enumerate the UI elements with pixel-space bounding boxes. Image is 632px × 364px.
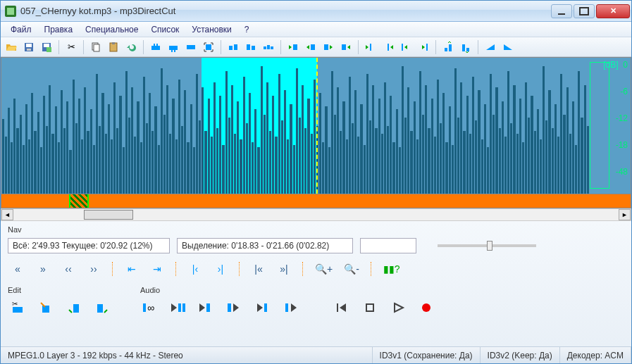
crop-button[interactable]	[36, 299, 56, 317]
zoom-out-icon[interactable]	[166, 39, 181, 55]
audio-label: Audio	[140, 286, 436, 294]
svg-rect-13	[169, 46, 178, 50]
menu-help[interactable]: ?	[239, 23, 255, 37]
next-cut-button[interactable]: ›|	[211, 261, 230, 277]
shift-right-out-icon[interactable]	[338, 39, 354, 55]
pause-info-button[interactable]: ▮▮?	[380, 261, 403, 277]
svg-rect-45	[182, 303, 185, 312]
save-selection-icon[interactable]	[39, 39, 54, 55]
scroll-left-icon[interactable]: ◄	[1, 209, 13, 220]
stop-button[interactable]	[360, 299, 380, 317]
play-after-button[interactable]	[253, 299, 273, 317]
svg-rect-12	[156, 44, 158, 46]
slider-thumb[interactable]	[487, 241, 492, 251]
nav-label: Nav	[8, 225, 624, 234]
shrink-right-icon[interactable]	[416, 39, 431, 55]
scroll-right-icon[interactable]: ►	[619, 209, 631, 220]
goto-begin-button[interactable]: ⇤	[122, 261, 142, 277]
edit-label: Edit	[8, 286, 112, 294]
waveform-display[interactable]: [dB] 0 -6 -12 -18 -48	[1, 57, 631, 194]
nav-slider[interactable]	[438, 244, 536, 247]
copy-icon[interactable]	[88, 39, 104, 55]
cut-edit-button[interactable]: ✂	[8, 299, 27, 317]
forward-fast-button[interactable]: »	[33, 261, 53, 277]
nav-extra-field[interactable]	[360, 238, 416, 253]
svg-rect-50	[337, 303, 338, 312]
save-icon[interactable]	[21, 39, 37, 55]
title-bar: 057_CHernyy kot.mp3 - mp3DirectCut	[1, 1, 631, 22]
zoom-out-button[interactable]: 🔍-	[341, 261, 362, 277]
horizontal-scrollbar[interactable]: ◄ ►	[1, 208, 631, 221]
window-buttons	[551, 4, 630, 18]
goto-end-button[interactable]: ⇥	[147, 261, 167, 277]
svg-rect-25	[293, 44, 297, 50]
zoom-in-icon[interactable]	[148, 39, 163, 55]
control-panels: Nav Всё: 2'49.93 Текущее: 0'20.92 (12%) …	[1, 221, 631, 346]
go-start-button[interactable]	[332, 299, 352, 317]
scroll-thumb[interactable]	[84, 210, 133, 220]
timeline-strip[interactable]	[1, 194, 631, 208]
shift-left-in-icon[interactable]	[285, 39, 301, 55]
zoom-in-button[interactable]: 🔍+	[312, 261, 335, 277]
svg-rect-30	[388, 44, 389, 51]
playback-cursor[interactable]	[316, 58, 318, 194]
extend-right-icon[interactable]	[380, 39, 396, 55]
play-from-button[interactable]	[197, 299, 216, 317]
paste-icon[interactable]	[106, 39, 121, 55]
marker-range-icon[interactable]	[261, 39, 276, 55]
db-18: -18	[603, 141, 628, 149]
play-button[interactable]	[388, 299, 408, 317]
zoom-fit-icon[interactable]	[183, 39, 199, 55]
status-format: MPEG1.0 Layer 3 - 192 kbps - 44 kHz - St…	[1, 347, 373, 363]
shrink-left-icon[interactable]	[398, 39, 414, 55]
trim-right-button[interactable]	[92, 299, 112, 317]
svg-rect-21	[252, 46, 255, 50]
fade-out-icon[interactable]	[500, 39, 516, 55]
timeline-selection-marker[interactable]	[69, 194, 89, 208]
rewind-fast-button[interactable]: «	[8, 261, 27, 277]
play-to-button[interactable]	[225, 299, 244, 317]
loop-button[interactable]: ∞	[140, 299, 160, 317]
cut-icon[interactable]: ✂	[63, 39, 79, 55]
svg-rect-14	[171, 50, 173, 52]
shift-right-in-icon[interactable]	[303, 39, 318, 55]
fade-in-icon[interactable]	[483, 39, 498, 55]
extend-left-icon[interactable]	[363, 39, 378, 55]
skip-back-button[interactable]: |«	[249, 261, 268, 277]
gain-down-icon[interactable]	[458, 39, 473, 55]
marker-begin-icon[interactable]	[225, 39, 241, 55]
menu-settings[interactable]: Установки	[186, 23, 237, 37]
shift-left-out-icon[interactable]	[321, 39, 336, 55]
close-button[interactable]	[596, 4, 630, 18]
status-id3v1: ID3v1 (Сохранение: Да)	[373, 347, 481, 363]
svg-rect-24	[271, 46, 273, 49]
open-icon[interactable]	[4, 39, 19, 55]
svg-rect-23	[267, 45, 270, 49]
gain-up-icon[interactable]	[440, 39, 456, 55]
zoom-sel-icon[interactable]	[201, 39, 216, 55]
nav-info-row: Всё: 2'49.93 Текущее: 0'20.92 (12%) Выде…	[8, 238, 624, 253]
svg-rect-16	[187, 45, 195, 49]
trim-left-button[interactable]	[64, 299, 84, 317]
play-before-button[interactable]	[281, 299, 301, 317]
undo-icon[interactable]	[123, 39, 139, 55]
nav-selection-field[interactable]: Выделение: 0'18.83 - 0'21.66 (0'02.82)	[177, 238, 353, 253]
menu-list[interactable]: Список	[145, 23, 185, 37]
minimize-button[interactable]	[551, 4, 572, 18]
prev-cut-button[interactable]: |‹	[185, 261, 205, 277]
marker-end-icon[interactable]	[243, 39, 259, 55]
svg-rect-20	[247, 44, 250, 50]
play-range-button[interactable]	[168, 299, 188, 317]
svg-rect-29	[370, 44, 371, 51]
svg-rect-17	[206, 44, 211, 50]
skip-fwd-button[interactable]: »|	[274, 261, 294, 277]
menu-special[interactable]: Специальное	[80, 23, 144, 37]
rewind-button[interactable]: ‹‹	[58, 261, 78, 277]
menu-edit[interactable]: Правка	[39, 23, 79, 37]
record-button[interactable]	[416, 299, 436, 317]
menu-file[interactable]: Файл	[5, 23, 37, 37]
forward-button[interactable]: ››	[84, 261, 104, 277]
maximize-button[interactable]	[574, 4, 595, 18]
svg-text:✂: ✂	[12, 300, 18, 308]
nav-total-field[interactable]: Всё: 2'49.93 Текущее: 0'20.92 (12%)	[8, 238, 170, 253]
